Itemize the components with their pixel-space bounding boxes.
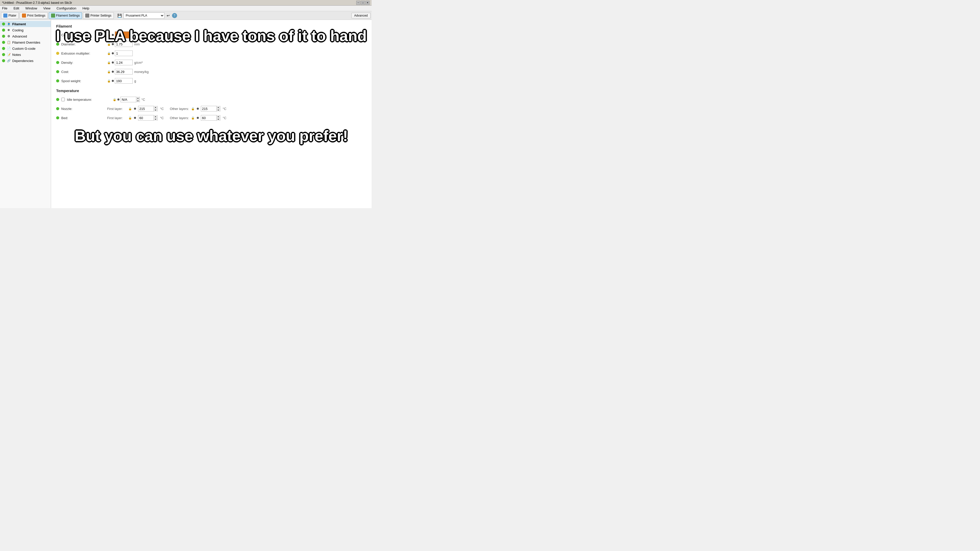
- nozzle-first-layer-label: First layer:: [107, 107, 126, 111]
- sidebar: 🧵 Filament ❄ Cooling ⚙ Advanced 📋 Filame…: [0, 20, 51, 208]
- nozzle-other-lock[interactable]: 🔒: [191, 106, 195, 111]
- color-swatch[interactable]: [115, 32, 133, 38]
- bed-other-unit: °C: [223, 116, 227, 120]
- nozzle-row: Nozzle: First layer: 🔒 ▲ ▼ °C: [56, 105, 366, 112]
- maximize-button[interactable]: □: [361, 1, 365, 5]
- density-input[interactable]: [115, 60, 133, 65]
- idle-spinbox: ▲ ▼: [121, 97, 140, 102]
- nozzle-first-layer-input[interactable]: [138, 106, 154, 111]
- bed-other-bullet: [197, 117, 199, 119]
- advanced-button[interactable]: Advanced: [352, 13, 371, 18]
- diameter-bullet: [112, 43, 114, 45]
- bed-first-down[interactable]: ▼: [154, 118, 157, 121]
- nozzle-controls: First layer: 🔒 ▲ ▼ °C Other layers: 🔒: [107, 106, 366, 111]
- sidebar-item-custom-gcode[interactable]: 📄 Custom G-code: [0, 45, 51, 52]
- cost-unit: money/kg: [134, 70, 148, 74]
- extrusion-lock-icon[interactable]: 🔒: [107, 51, 111, 56]
- sidebar-item-dependencies[interactable]: 🔗 Dependencies: [0, 58, 51, 64]
- menu-configuration[interactable]: Configuration: [56, 6, 77, 11]
- spool-input[interactable]: [115, 78, 133, 84]
- sidebar-item-filament[interactable]: 🧵 Filament: [0, 21, 51, 27]
- printer-settings-button[interactable]: Printer Settings: [83, 12, 114, 19]
- profile-reset-icon[interactable]: ↩: [165, 13, 171, 18]
- spool-lock-icon[interactable]: 🔒: [107, 79, 111, 83]
- idle-spinbox-buttons: ▲ ▼: [136, 97, 140, 102]
- diameter-lock-icon[interactable]: 🔒: [107, 42, 111, 46]
- diameter-input[interactable]: [115, 41, 133, 47]
- nozzle-other-layers-label: Other layers:: [170, 107, 189, 111]
- plater-button[interactable]: Plater: [1, 12, 19, 19]
- temperature-title: Temperature: [56, 89, 366, 93]
- bed-other-spinbox: ▲ ▼: [201, 115, 220, 121]
- bed-first-layer-input[interactable]: [138, 115, 154, 121]
- menu-view[interactable]: View: [42, 6, 52, 11]
- color-lock-icon[interactable]: 🔒: [107, 33, 111, 37]
- bed-label: Bed:: [61, 116, 107, 120]
- nozzle-first-unit: °C: [160, 107, 164, 111]
- cooling-status-dot: [2, 29, 5, 32]
- density-lock-icon[interactable]: 🔒: [107, 60, 111, 65]
- help-icon[interactable]: ?: [172, 13, 177, 18]
- nozzle-other-unit: °C: [223, 107, 227, 111]
- menu-window[interactable]: Window: [24, 6, 38, 11]
- bed-first-up[interactable]: ▲: [154, 115, 157, 118]
- cost-lock-icon[interactable]: 🔒: [107, 70, 111, 74]
- bed-first-lock[interactable]: 🔒: [128, 116, 132, 120]
- menu-edit[interactable]: Edit: [13, 6, 20, 11]
- menu-help[interactable]: Help: [81, 6, 90, 11]
- extrusion-input[interactable]: [115, 51, 133, 56]
- idle-temp-input[interactable]: [121, 97, 136, 102]
- extrusion-indicator: [56, 52, 59, 55]
- advanced-sidebar-icon: ⚙: [6, 34, 11, 38]
- color-bullet: [112, 34, 114, 36]
- bed-other-down[interactable]: ▼: [216, 118, 220, 121]
- spool-indicator: [56, 79, 59, 83]
- sidebar-item-filament-overrides[interactable]: 📋 Filament Overrides: [0, 39, 51, 45]
- overrides-status-dot: [2, 41, 5, 44]
- sidebar-item-notes[interactable]: 📝 Notes: [0, 52, 51, 58]
- nozzle-first-up[interactable]: ▲: [154, 106, 157, 109]
- profile-save-icon[interactable]: 💾: [117, 13, 123, 18]
- idle-bullet: [118, 98, 119, 100]
- bed-first-spinbox: ▲ ▼: [138, 115, 158, 121]
- window-controls[interactable]: ─ □ ✕: [356, 1, 369, 5]
- density-label: Density:: [61, 61, 107, 65]
- diameter-unit: mm: [134, 42, 140, 46]
- title-bar: *Untitled - PrusaSlicer-2.7.0-alpha1 bas…: [0, 0, 372, 6]
- filament-settings-button[interactable]: Filament Settings: [49, 12, 82, 19]
- idle-spinbox-down[interactable]: ▼: [136, 100, 140, 102]
- idle-temp-checkbox[interactable]: [61, 98, 65, 101]
- nozzle-other-layers-input[interactable]: [201, 106, 216, 111]
- bed-first-spinbox-buttons: ▲ ▼: [154, 115, 157, 121]
- filament-sidebar-icon: 🧵: [6, 22, 11, 26]
- spool-bullet: [112, 80, 114, 82]
- density-indicator: [56, 61, 59, 64]
- menu-file[interactable]: File: [1, 6, 8, 11]
- print-settings-button[interactable]: Print Settings: [20, 12, 48, 19]
- bed-other-layers-input[interactable]: [201, 115, 216, 121]
- nozzle-other-spinbox-buttons: ▲ ▼: [216, 106, 220, 111]
- print-icon: [22, 14, 26, 17]
- nozzle-other-up[interactable]: ▲: [216, 106, 220, 109]
- bed-other-up[interactable]: ▲: [216, 115, 220, 118]
- close-button[interactable]: ✕: [366, 1, 369, 5]
- bed-controls: First layer: 🔒 ▲ ▼ °C Other layers: 🔒: [107, 115, 366, 121]
- spool-unit: g: [134, 79, 136, 83]
- bed-other-lock[interactable]: 🔒: [191, 116, 195, 120]
- nozzle-first-spinbox-buttons: ▲ ▼: [154, 106, 157, 111]
- diameter-controls: 🔒 mm: [107, 41, 366, 47]
- profile-dropdown[interactable]: Prusament PLA: [124, 13, 164, 19]
- nozzle-other-down[interactable]: ▼: [216, 109, 220, 111]
- nozzle-other-bullet: [197, 108, 199, 110]
- sidebar-item-advanced[interactable]: ⚙ Advanced: [0, 33, 51, 39]
- nozzle-first-lock[interactable]: 🔒: [128, 106, 132, 111]
- color-label: Color:: [61, 33, 107, 37]
- filament-icon: [51, 14, 55, 17]
- minimize-button[interactable]: ─: [356, 1, 360, 5]
- idle-spinbox-up[interactable]: ▲: [136, 97, 140, 100]
- cost-input[interactable]: [115, 69, 133, 75]
- nozzle-first-down[interactable]: ▼: [154, 109, 157, 111]
- sidebar-item-cooling[interactable]: ❄ Cooling: [0, 27, 51, 33]
- nozzle-first-bullet: [134, 108, 136, 110]
- idle-lock-icon[interactable]: 🔒: [113, 97, 116, 102]
